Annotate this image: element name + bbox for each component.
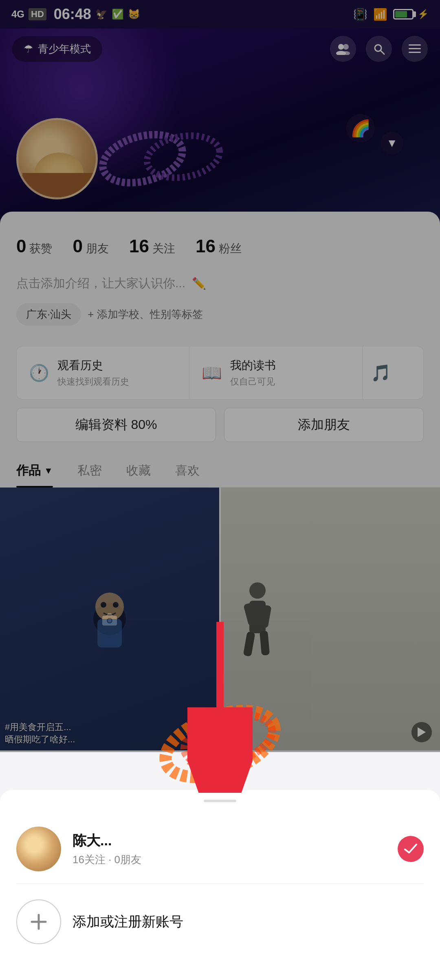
check-badge-1 [398, 836, 424, 862]
account-info-1: 陈大... 16关注 · 0朋友 [73, 831, 386, 867]
sheet-handle [204, 800, 236, 802]
account-avatar-dog [16, 827, 61, 871]
account-meta-1: 16关注 · 0朋友 [73, 853, 386, 867]
bottom-sheet-overlay: 陈大... 16关注 · 0朋友 添加或注册新账号 [0, 752, 440, 980]
add-account-icon [16, 899, 61, 944]
add-account-item[interactable]: 添加或注册新账号 [16, 888, 424, 956]
account-item-1[interactable]: 陈大... 16关注 · 0朋友 [16, 818, 424, 879]
account-name-1: 陈大... [73, 831, 386, 850]
overlay-dim[interactable] [0, 0, 440, 752]
add-account-label: 添加或注册新账号 [73, 912, 183, 931]
bottom-sheet: 陈大... 16关注 · 0朋友 添加或注册新账号 [0, 790, 440, 980]
account-avatar-1 [16, 827, 61, 871]
sheet-divider [16, 884, 424, 884]
